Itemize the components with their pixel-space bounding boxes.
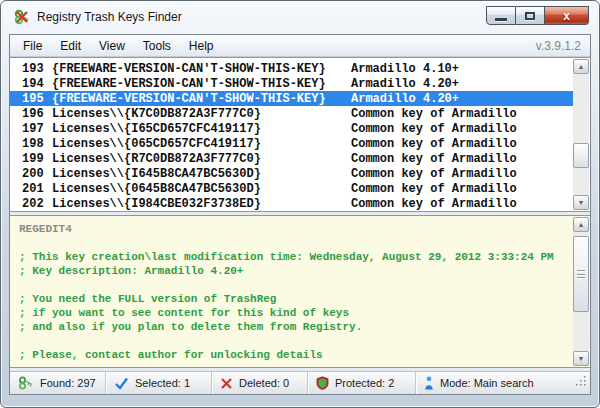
row-key: Licenses\\{I984CBE032F3738ED} (44, 197, 351, 211)
version-label: v.3.9.1.2 (536, 39, 586, 53)
key-info-panel[interactable]: REGEDIT4 ; This key creation\last modifi… (10, 215, 590, 368)
row-description: Common key of Armadillo (351, 137, 573, 151)
status-deleted-label: Deleted: 0 (239, 377, 289, 389)
menu-edit[interactable]: Edit (51, 37, 90, 55)
row-description: Common key of Armadillo (351, 182, 573, 196)
row-number: 198 (10, 137, 44, 151)
app-window: Registry Trash Keys Finder x File Edit V… (0, 0, 600, 408)
row-number: 200 (10, 167, 44, 181)
editor-line: ; and also if you plan to delete them fr… (19, 320, 573, 334)
list-row[interactable]: 202Licenses\\{I984CBE032F3738ED}Common k… (10, 196, 573, 210)
minimize-icon (495, 18, 507, 21)
status-protected-label: Protected: 2 (335, 377, 394, 389)
person-icon (424, 376, 434, 390)
list-row[interactable]: 200Licenses\\{I645B8CA47BC5630D}Common k… (10, 166, 573, 181)
list-row-selected[interactable]: 195{FREEWARE-VERSION-CAN'T-SHOW-THIS-KEY… (10, 91, 573, 106)
menubar: File Edit View Tools Help v.3.9.1.2 (10, 35, 590, 57)
status-selected-label: Selected: 1 (135, 377, 190, 389)
editor-line: ; This key creation\last modification ti… (19, 250, 573, 264)
row-number: 202 (10, 197, 44, 211)
caption-buttons: x (486, 6, 589, 25)
keys-icon (18, 376, 34, 390)
row-number: 196 (10, 107, 44, 121)
row-description: Common key of Armadillo (351, 197, 573, 211)
menu-view[interactable]: View (90, 37, 134, 55)
scroll-up-icon[interactable]: ▲ (573, 59, 589, 74)
key-list: 193{FREEWARE-VERSION-CAN'T-SHOW-THIS-KEY… (10, 59, 573, 210)
menu-help[interactable]: Help (180, 37, 223, 55)
row-description: Common key of Armadillo (351, 107, 573, 121)
shield-icon (316, 376, 329, 390)
list-scrollbar[interactable]: ▲ ▼ (573, 59, 589, 210)
row-key: {FREEWARE-VERSION-CAN'T-SHOW-THIS-KEY} (44, 62, 351, 76)
editor-scrollbar[interactable]: ▲ ▼ (573, 217, 589, 366)
menu-tools[interactable]: Tools (134, 37, 180, 55)
list-row[interactable]: 197Licenses\\{I65CD657CFC419117}Common k… (10, 121, 573, 136)
editor-line (19, 278, 573, 292)
row-number: 195 (10, 92, 44, 106)
editor-scrollbar-thumb[interactable] (573, 236, 589, 312)
list-row[interactable]: 199Licenses\\{R7C0DB872A3F777C0}Common k… (10, 151, 573, 166)
row-key: Licenses\\{I65CD657CFC419117} (44, 122, 351, 136)
row-key: Licenses\\{K7C0DB872A3F777C0} (44, 107, 351, 121)
close-icon: x (563, 9, 570, 23)
list-row[interactable]: 198Licenses\\{065CD657CFC419117}Common k… (10, 136, 573, 151)
maximize-icon (525, 12, 535, 20)
maximize-button[interactable] (516, 6, 545, 25)
status-selected: Selected: 1 (106, 372, 212, 394)
editor-line: ; You need the FULL version of TrashReg (19, 292, 573, 306)
row-description: Common key of Armadillo (351, 152, 573, 166)
list-scrollbar-thumb[interactable] (573, 143, 589, 168)
menu-file[interactable]: File (14, 37, 51, 55)
editor-line (19, 334, 573, 348)
list-row[interactable]: 193{FREEWARE-VERSION-CAN'T-SHOW-THIS-KEY… (10, 61, 573, 76)
minimize-button[interactable] (486, 6, 516, 25)
thumb-grip-icon (577, 270, 585, 278)
row-description: Armadillo 4.10+ (351, 62, 573, 76)
status-deleted: Deleted: 0 (212, 372, 308, 394)
key-list-panel: 193{FREEWARE-VERSION-CAN'T-SHOW-THIS-KEY… (10, 57, 590, 212)
status-protected: Protected: 2 (308, 372, 416, 394)
row-key: Licenses\\{0645B8CA47BC5630D} (44, 182, 351, 196)
editor-line: ; Key description: Armadillo 4.20+ (19, 264, 573, 278)
row-number: 194 (10, 77, 44, 91)
status-found: Found: 297 (10, 372, 106, 394)
row-description: Armadillo 4.20+ (351, 77, 573, 91)
close-button[interactable]: x (545, 6, 589, 25)
statusbar: Found: 297 Selected: 1 Deleted: 0 (10, 371, 590, 394)
row-description: Common key of Armadillo (351, 122, 573, 136)
check-icon (114, 377, 129, 390)
row-key: {FREEWARE-VERSION-CAN'T-SHOW-THIS-KEY} (44, 92, 351, 106)
row-description: Armadillo 4.20+ (351, 92, 573, 106)
row-description: Common key of Armadillo (351, 167, 573, 181)
status-found-label: Found: 297 (40, 377, 96, 389)
editor-line (19, 236, 573, 250)
row-key: Licenses\\{R7C0DB872A3F777C0} (44, 152, 351, 166)
row-key: Licenses\\{065CD657CFC419117} (44, 137, 351, 151)
row-number: 199 (10, 152, 44, 166)
delete-x-icon (220, 377, 233, 390)
list-row[interactable]: 196Licenses\\{K7C0DB872A3F777C0}Common k… (10, 106, 573, 121)
editor-line: REGEDIT4 (19, 222, 573, 236)
client-area: File Edit View Tools Help v.3.9.1.2 193{… (9, 34, 591, 395)
status-mode: Mode: Main search (416, 372, 590, 394)
row-number: 193 (10, 62, 44, 76)
titlebar[interactable]: Registry Trash Keys Finder x (1, 1, 599, 34)
resize-grip-icon[interactable] (575, 374, 588, 392)
status-mode-label: Mode: Main search (440, 377, 534, 389)
screenshot-root: Registry Trash Keys Finder x File Edit V… (0, 0, 600, 408)
list-row[interactable]: 194{FREEWARE-VERSION-CAN'T-SHOW-THIS-KEY… (10, 76, 573, 91)
row-number: 197 (10, 122, 44, 136)
scroll-down-icon[interactable]: ▼ (573, 195, 589, 210)
editor-line: ; Please, contact author for unlocking d… (19, 348, 573, 362)
scroll-up-icon[interactable]: ▲ (573, 217, 589, 232)
window-title: Registry Trash Keys Finder (37, 10, 182, 24)
app-icon (14, 9, 30, 25)
row-key: {FREEWARE-VERSION-CAN'T-SHOW-THIS-KEY} (44, 77, 351, 91)
key-info-text: REGEDIT4 ; This key creation\last modifi… (10, 217, 573, 366)
scroll-down-icon[interactable]: ▼ (573, 351, 589, 366)
row-number: 201 (10, 182, 44, 196)
editor-line: ; if you want to see content for this ki… (19, 306, 573, 320)
row-key: Licenses\\{I645B8CA47BC5630D} (44, 167, 351, 181)
list-row[interactable]: 201Licenses\\{0645B8CA47BC5630D}Common k… (10, 181, 573, 196)
